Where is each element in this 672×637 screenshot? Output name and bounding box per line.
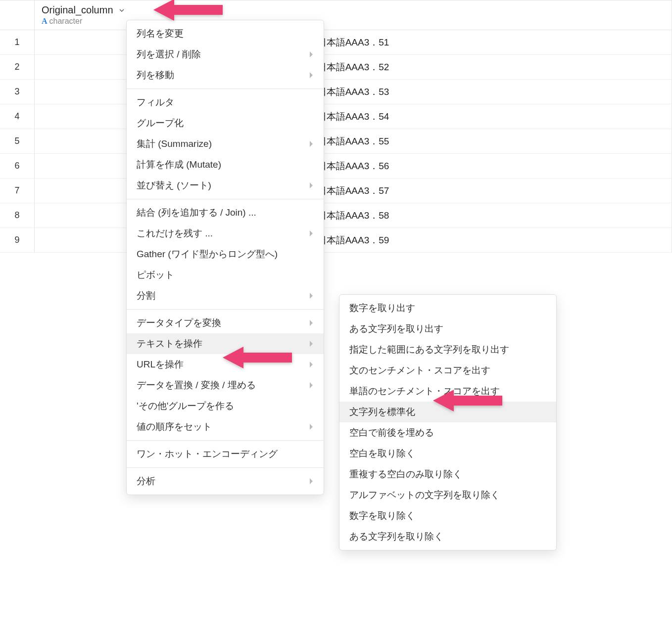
menu-item-label: ピボット (137, 269, 174, 281)
submenu-item[interactable]: 空白を取り除く (339, 443, 556, 464)
menu-item-label: 列名を変更 (137, 27, 184, 40)
submenu-item-label: 重複する空白のみ取り除く (349, 468, 462, 481)
menu-item[interactable]: 計算を作成 (Mutate) (127, 154, 324, 175)
submenu-item[interactable]: 単語のセンチメント・スコアを出す (339, 381, 556, 402)
submenu-arrow-icon (309, 72, 314, 79)
submenu-item[interactable]: 文字列を標準化 (339, 402, 556, 422)
table-row[interactable]: 6日本語AAA3．56 (0, 154, 672, 179)
menu-item[interactable]: 'その他'グループを作る (127, 396, 324, 416)
submenu-item[interactable]: 指定した範囲にある文字列を取り出す (339, 339, 556, 360)
submenu-item[interactable]: 空白で前後を埋める (339, 422, 556, 443)
menu-item-label: 列を選択 / 削除 (137, 48, 201, 61)
menu-item-label: データを置換 / 変換 / 埋める (137, 379, 256, 392)
column-name-line: Original_column (42, 4, 665, 16)
submenu-item-label: 文字列を標準化 (349, 406, 415, 418)
text-operations-submenu: 数字を取り出すある文字列を取り出す指定した範囲にある文字列を取り出す文のセンチメ… (339, 294, 557, 550)
table-header-row: Original_column A character (0, 0, 672, 30)
menu-item-label: 結合 (列を追加する / Join) ... (137, 206, 256, 219)
submenu-item-label: アルファベットの文字列を取り除く (349, 489, 500, 501)
table-row[interactable]: 2日本語AAA3．52 (0, 55, 672, 80)
submenu-item[interactable]: 文のセンチメント・スコアを出す (339, 360, 556, 381)
menu-section: データタイプを変換テキストを操作URLを操作データを置換 / 変換 / 埋める'… (127, 310, 324, 441)
menu-item-label: 'その他'グループを作る (137, 400, 234, 412)
submenu-item[interactable]: ある文字列を取り除く (339, 526, 556, 547)
submenu-arrow-icon (309, 340, 314, 347)
menu-item[interactable]: 結合 (列を追加する / Join) ... (127, 202, 324, 223)
column-name: Original_column (42, 4, 113, 16)
table-row[interactable]: 9日本語AAA3．59 (0, 228, 672, 253)
menu-section: ワン・ホット・エンコーディング (127, 441, 324, 468)
row-number: 6 (0, 154, 35, 178)
submenu-item-label: 数字を取り除く (349, 509, 415, 522)
menu-item-label: 並び替え (ソート) (137, 179, 211, 192)
menu-item-label: Gather (ワイド型からロング型へ) (137, 248, 278, 261)
submenu-item-label: 空白で前後を埋める (349, 426, 434, 439)
submenu-arrow-icon (309, 230, 314, 237)
menu-section: フィルタグループ化集計 (Summarize)計算を作成 (Mutate)並び替… (127, 89, 324, 199)
submenu-item-label: 空白を取り除く (349, 447, 415, 460)
menu-item-label: グループ化 (137, 117, 184, 130)
menu-item[interactable]: Gather (ワイド型からロング型へ) (127, 244, 324, 265)
menu-item[interactable]: データを置換 / 変換 / 埋める (127, 375, 324, 396)
chevron-down-icon[interactable] (117, 6, 126, 15)
row-number: 1 (0, 30, 35, 54)
submenu-item[interactable]: ある文字列を取り出す (339, 318, 556, 339)
row-number: 2 (0, 55, 35, 79)
submenu-arrow-icon (309, 319, 314, 326)
menu-item[interactable]: 列を選択 / 削除 (127, 44, 324, 65)
menu-item[interactable]: これだけを残す ... (127, 223, 324, 244)
row-number: 4 (0, 104, 35, 129)
table-row[interactable]: 8日本語AAA3．58 (0, 203, 672, 228)
menu-item[interactable]: ピボット (127, 265, 324, 285)
menu-item-label: これだけを残す ... (137, 227, 213, 240)
menu-item[interactable]: 分析 (127, 471, 324, 492)
table-row[interactable]: 5日本語AAA3．55 (0, 129, 672, 154)
column-context-menu: 列名を変更列を選択 / 削除列を移動フィルタグループ化集計 (Summarize… (126, 20, 324, 495)
submenu-item[interactable]: 数字を取り出す (339, 298, 556, 318)
row-number: 5 (0, 129, 35, 153)
menu-item[interactable]: 値の順序をセット (127, 416, 324, 437)
table-row[interactable]: 1日本語AAA3．51 (0, 30, 672, 55)
menu-item[interactable]: テキストを操作 (127, 333, 324, 354)
submenu-arrow-icon (309, 382, 314, 389)
submenu-item[interactable]: 数字を取り除く (339, 505, 556, 526)
menu-item-label: 分析 (137, 475, 155, 488)
menu-item[interactable]: URLを操作 (127, 354, 324, 375)
submenu-item[interactable]: 重複する空白のみ取り除く (339, 464, 556, 485)
menu-item[interactable]: ワン・ホット・エンコーディング (127, 444, 324, 464)
menu-section: 結合 (列を追加する / Join) ...これだけを残す ...Gather … (127, 199, 324, 310)
menu-item[interactable]: 列名を変更 (127, 23, 324, 44)
submenu-arrow-icon (309, 140, 314, 147)
menu-item[interactable]: 分割 (127, 285, 324, 306)
submenu-arrow-icon (309, 292, 314, 299)
submenu-item-label: ある文字列を取り除く (349, 530, 443, 543)
menu-item[interactable]: データタイプを変換 (127, 313, 324, 333)
menu-item[interactable]: 列を移動 (127, 65, 324, 86)
row-number: 3 (0, 80, 35, 104)
row-number: 8 (0, 203, 35, 228)
menu-section: 列名を変更列を選択 / 削除列を移動 (127, 20, 324, 89)
submenu-arrow-icon (309, 423, 314, 430)
menu-item[interactable]: フィルタ (127, 92, 324, 113)
submenu-item[interactable]: アルファベットの文字列を取り除く (339, 485, 556, 505)
data-table: Original_column A character 1日本語AAA3．512… (0, 0, 672, 253)
row-number: 9 (0, 228, 35, 252)
menu-item-label: 分割 (137, 289, 155, 302)
column-type-label: character (49, 17, 83, 26)
submenu-arrow-icon (309, 51, 314, 58)
table-row[interactable]: 4日本語AAA3．54 (0, 104, 672, 129)
menu-item-label: 列を移動 (137, 69, 174, 82)
submenu-arrow-icon (309, 361, 314, 368)
menu-item[interactable]: 並び替え (ソート) (127, 175, 324, 196)
rownum-header (0, 0, 35, 30)
menu-item-label: テキストを操作 (137, 337, 202, 350)
submenu-item-label: 文のセンチメント・スコアを出す (349, 364, 490, 377)
table-row[interactable]: 7日本語AAA3．57 (0, 179, 672, 203)
menu-item[interactable]: グループ化 (127, 113, 324, 134)
submenu-item-label: 単語のセンチメント・スコアを出す (349, 385, 500, 398)
menu-item[interactable]: 集計 (Summarize) (127, 134, 324, 154)
menu-item-label: 値の順序をセット (137, 420, 212, 433)
table-row[interactable]: 3日本語AAA3．53 (0, 80, 672, 104)
menu-item-label: データタイプを変換 (137, 317, 221, 329)
menu-section: 分析 (127, 468, 324, 495)
